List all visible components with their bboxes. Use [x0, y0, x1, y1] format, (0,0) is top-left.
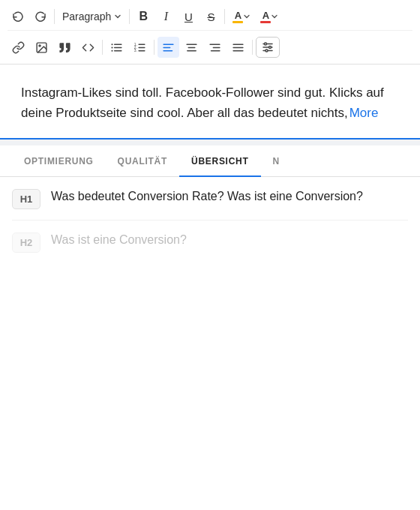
svg-text:3.: 3.: [134, 49, 137, 52]
list-ol-button[interactable]: 1.2.3.: [129, 37, 151, 58]
code-icon: [82, 41, 94, 54]
content-text-2: Was ist eine Conversion?: [51, 231, 187, 248]
link-icon: [12, 41, 25, 54]
align-justify-button[interactable]: [227, 37, 249, 58]
undo-icon: [12, 10, 24, 22]
tab-optimierung[interactable]: OPTIMIERUNG: [12, 146, 106, 177]
highlight-color-icon: A: [232, 10, 243, 23]
more-link[interactable]: More: [350, 106, 379, 120]
align-justify-icon: [232, 41, 244, 54]
quote-icon: [58, 41, 71, 54]
chevron-down-icon: [114, 13, 122, 20]
tab-qualitaet[interactable]: QUALITÄT: [106, 146, 179, 177]
editor-text: Instagram-Likes sind toll. Facebook-Foll…: [21, 82, 399, 123]
list-ul-icon: [110, 41, 123, 54]
sliders-icon: [261, 40, 274, 54]
italic-button[interactable]: I: [155, 6, 176, 27]
redo-icon: [34, 10, 46, 22]
tabs-section: OPTIMIERUNG QUALITÄT ÜBERSICHT N H1 Was …: [0, 146, 420, 510]
tabs-bar: OPTIMIERUNG QUALITÄT ÜBERSICHT N: [0, 146, 420, 177]
separator-3: [224, 9, 225, 24]
svg-point-30: [269, 46, 272, 49]
separator-6: [252, 40, 253, 55]
options-button[interactable]: [256, 37, 280, 58]
separator-4: [102, 40, 103, 55]
bold-label: B: [140, 10, 148, 23]
toolbar-row-2: 1.2.3.: [8, 34, 412, 58]
heading-badge-h1: H1: [12, 189, 40, 209]
font-color-button[interactable]: A: [256, 6, 282, 27]
bold-button[interactable]: B: [133, 6, 154, 27]
italic-label: I: [164, 10, 168, 23]
editor-body-text: Instagram-Likes sind toll. Facebook-Foll…: [21, 86, 384, 120]
align-left-button[interactable]: [158, 37, 179, 58]
image-icon: [35, 41, 48, 54]
svg-point-7: [111, 50, 112, 51]
strikethrough-button[interactable]: S: [200, 6, 221, 27]
content-text-1: Was bedeutet Conversion Rate? Was ist ei…: [51, 188, 363, 205]
separator-1: [54, 9, 55, 24]
code-button[interactable]: [77, 37, 99, 58]
svg-point-29: [265, 43, 267, 45]
tab-more[interactable]: N: [261, 146, 292, 177]
separator-5: [154, 40, 154, 55]
svg-point-31: [266, 50, 268, 52]
quote-button[interactable]: [54, 37, 76, 58]
paragraph-label: Paragraph: [62, 10, 111, 22]
align-center-button[interactable]: [181, 37, 202, 58]
align-left-icon: [162, 41, 175, 54]
tab-uebersicht[interactable]: ÜBERSICHT: [179, 146, 260, 177]
highlight-color-button[interactable]: A: [228, 6, 254, 27]
font-color-dropdown-icon: [272, 14, 278, 20]
font-color-icon: A: [260, 10, 271, 23]
undo-button[interactable]: [8, 6, 28, 27]
separator-2: [129, 9, 130, 24]
list-ol-icon: 1.2.3.: [134, 41, 146, 54]
underline-button[interactable]: U: [178, 6, 199, 27]
strikethrough-label: S: [207, 10, 214, 23]
highlight-dropdown-icon: [244, 14, 250, 20]
underline-label: U: [184, 10, 193, 23]
image-button[interactable]: [31, 37, 52, 58]
svg-point-1: [39, 44, 40, 46]
content-list: H1 Was bedeutet Conversion Rate? Was ist…: [0, 177, 420, 263]
editor-area[interactable]: Instagram-Likes sind toll. Facebook-Foll…: [0, 64, 420, 140]
svg-point-5: [111, 44, 112, 45]
align-center-icon: [185, 41, 198, 54]
paragraph-dropdown[interactable]: Paragraph: [58, 6, 126, 27]
toolbar-row-1: Paragraph B I U S A A: [8, 6, 412, 31]
svg-point-6: [111, 46, 112, 48]
align-right-button[interactable]: [204, 37, 226, 58]
toolbar: Paragraph B I U S A A: [0, 0, 420, 64]
align-right-icon: [208, 41, 221, 54]
list-item: H1 Was bedeutet Conversion Rate? Was ist…: [12, 177, 408, 220]
redo-button[interactable]: [30, 6, 51, 27]
list-ul-button[interactable]: [106, 37, 128, 58]
link-button[interactable]: [8, 37, 29, 58]
list-item: H2 Was ist eine Conversion?: [12, 220, 408, 263]
heading-badge-h2: H2: [12, 232, 40, 253]
